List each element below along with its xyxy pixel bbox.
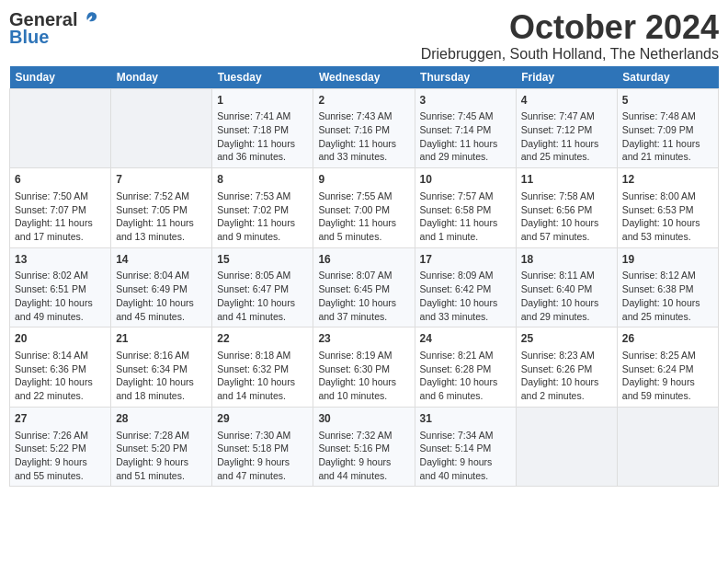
sunset-text: Sunset: 6:58 PM [420, 204, 492, 215]
sunset-text: Sunset: 6:28 PM [420, 363, 492, 374]
daylight-text: Daylight: 10 hours and 25 minutes. [622, 297, 700, 322]
daylight-text: Daylight: 10 hours and 10 minutes. [318, 376, 396, 401]
sunset-text: Sunset: 7:07 PM [15, 204, 86, 215]
day-number: 15 [217, 252, 308, 268]
sunrise-text: Sunrise: 8:23 AM [521, 350, 595, 361]
sunset-text: Sunset: 6:32 PM [217, 363, 289, 374]
daylight-text: Daylight: 11 hours and 13 minutes. [116, 217, 194, 242]
day-number: 20 [15, 331, 106, 347]
day-number: 5 [622, 93, 713, 109]
month-title: October 2024 [421, 9, 719, 46]
daylight-text: Daylight: 10 hours and 33 minutes. [420, 297, 498, 322]
daylight-text: Daylight: 9 hours and 59 minutes. [622, 376, 695, 401]
table-row: 5Sunrise: 7:48 AMSunset: 7:09 PMDaylight… [617, 88, 718, 168]
day-number: 2 [318, 93, 409, 109]
daylight-text: Daylight: 10 hours and 14 minutes. [217, 376, 295, 401]
sunset-text: Sunset: 5:14 PM [420, 442, 492, 454]
day-number: 6 [15, 172, 106, 188]
calendar-week-row: 20Sunrise: 8:14 AMSunset: 6:36 PMDayligh… [10, 327, 719, 408]
table-row: 27Sunrise: 7:26 AMSunset: 5:22 PMDayligh… [10, 407, 111, 487]
sunrise-text: Sunrise: 8:07 AM [318, 270, 392, 281]
sunrise-text: Sunrise: 8:16 AM [116, 350, 189, 361]
day-number: 12 [622, 172, 713, 188]
day-number: 11 [521, 172, 612, 188]
daylight-text: Daylight: 11 hours and 17 minutes. [15, 217, 93, 242]
daylight-text: Daylight: 11 hours and 1 minute. [420, 217, 498, 242]
sunrise-text: Sunrise: 7:34 AM [420, 430, 494, 441]
table-row: 28Sunrise: 7:28 AMSunset: 5:20 PMDayligh… [111, 407, 212, 487]
table-row [516, 407, 617, 487]
sunset-text: Sunset: 6:26 PM [521, 363, 593, 374]
sunrise-text: Sunrise: 8:14 AM [15, 350, 88, 361]
table-row: 15Sunrise: 8:05 AMSunset: 6:47 PMDayligh… [212, 247, 313, 327]
daylight-text: Daylight: 11 hours and 5 minutes. [318, 217, 396, 242]
day-number: 23 [318, 331, 409, 347]
sunset-text: Sunset: 6:38 PM [622, 283, 694, 294]
sunrise-text: Sunrise: 7:48 AM [622, 110, 696, 121]
table-row: 6Sunrise: 7:50 AMSunset: 7:07 PMDaylight… [10, 168, 111, 248]
day-number: 13 [15, 252, 106, 268]
calendar-week-row: 13Sunrise: 8:02 AMSunset: 6:51 PMDayligh… [10, 247, 719, 327]
table-row: 30Sunrise: 7:32 AMSunset: 5:16 PMDayligh… [313, 407, 415, 487]
sunrise-text: Sunrise: 7:32 AM [318, 430, 392, 441]
logo-blue: Blue [9, 27, 49, 48]
table-row: 9Sunrise: 7:55 AMSunset: 7:00 PMDaylight… [313, 168, 415, 248]
sunset-text: Sunset: 7:02 PM [217, 204, 289, 215]
daylight-text: Daylight: 10 hours and 49 minutes. [15, 297, 93, 322]
header-tuesday: Tuesday [212, 66, 313, 89]
header-sunday: Sunday [10, 66, 111, 89]
day-number: 22 [217, 331, 308, 347]
sunrise-text: Sunrise: 7:53 AM [217, 190, 290, 201]
logo: General Blue [9, 9, 99, 48]
location-title: Driebruggen, South Holland, The Netherla… [421, 46, 719, 63]
header-thursday: Thursday [415, 66, 516, 89]
day-number: 31 [420, 411, 511, 427]
daylight-text: Daylight: 9 hours and 47 minutes. [217, 456, 290, 481]
daylight-text: Daylight: 9 hours and 44 minutes. [318, 456, 391, 481]
header-saturday: Saturday [617, 66, 718, 89]
page-header: General Blue October 2024 Driebruggen, S… [9, 9, 719, 63]
sunrise-text: Sunrise: 8:05 AM [217, 270, 290, 281]
sunset-text: Sunset: 5:22 PM [15, 442, 86, 454]
sunset-text: Sunset: 6:36 PM [15, 363, 86, 374]
table-row: 1Sunrise: 7:41 AMSunset: 7:18 PMDaylight… [212, 88, 313, 168]
day-number: 14 [116, 252, 207, 268]
day-number: 30 [318, 411, 409, 427]
sunrise-text: Sunrise: 8:11 AM [521, 270, 595, 281]
table-row: 12Sunrise: 8:00 AMSunset: 6:53 PMDayligh… [617, 168, 718, 248]
daylight-text: Daylight: 10 hours and 18 minutes. [116, 376, 194, 401]
sunset-text: Sunset: 7:14 PM [420, 124, 492, 135]
sunset-text: Sunset: 6:45 PM [318, 283, 390, 294]
table-row: 2Sunrise: 7:43 AMSunset: 7:16 PMDaylight… [313, 88, 415, 168]
table-row: 17Sunrise: 8:09 AMSunset: 6:42 PMDayligh… [415, 247, 516, 327]
table-row [10, 88, 111, 168]
sunset-text: Sunset: 6:51 PM [15, 283, 86, 294]
calendar-table: Sunday Monday Tuesday Wednesday Thursday… [9, 66, 719, 488]
sunrise-text: Sunrise: 8:21 AM [420, 350, 494, 361]
table-row: 18Sunrise: 8:11 AMSunset: 6:40 PMDayligh… [516, 247, 617, 327]
sunset-text: Sunset: 6:49 PM [116, 283, 188, 294]
table-row: 14Sunrise: 8:04 AMSunset: 6:49 PMDayligh… [111, 247, 212, 327]
table-row: 3Sunrise: 7:45 AMSunset: 7:14 PMDaylight… [415, 88, 516, 168]
day-number: 9 [318, 172, 409, 188]
table-row: 29Sunrise: 7:30 AMSunset: 5:18 PMDayligh… [212, 407, 313, 487]
daylight-text: Daylight: 10 hours and 41 minutes. [217, 297, 295, 322]
header-friday: Friday [516, 66, 617, 89]
sunset-text: Sunset: 7:00 PM [318, 204, 390, 215]
calendar-week-row: 6Sunrise: 7:50 AMSunset: 7:07 PMDaylight… [10, 168, 719, 248]
daylight-text: Daylight: 10 hours and 6 minutes. [420, 376, 498, 401]
daylight-text: Daylight: 10 hours and 29 minutes. [521, 297, 599, 322]
sunset-text: Sunset: 5:18 PM [217, 442, 289, 454]
header-monday: Monday [111, 66, 212, 89]
table-row: 21Sunrise: 8:16 AMSunset: 6:34 PMDayligh… [111, 327, 212, 408]
table-row: 22Sunrise: 8:18 AMSunset: 6:32 PMDayligh… [212, 327, 313, 408]
daylight-text: Daylight: 10 hours and 57 minutes. [521, 217, 599, 242]
daylight-text: Daylight: 10 hours and 22 minutes. [15, 376, 93, 401]
daylight-text: Daylight: 10 hours and 53 minutes. [622, 217, 700, 242]
sunset-text: Sunset: 7:05 PM [116, 204, 188, 215]
day-number: 25 [521, 331, 612, 347]
sunrise-text: Sunrise: 7:55 AM [318, 190, 392, 201]
header-wednesday: Wednesday [313, 66, 415, 89]
table-row: 31Sunrise: 7:34 AMSunset: 5:14 PMDayligh… [415, 407, 516, 487]
sunset-text: Sunset: 6:53 PM [622, 204, 694, 215]
